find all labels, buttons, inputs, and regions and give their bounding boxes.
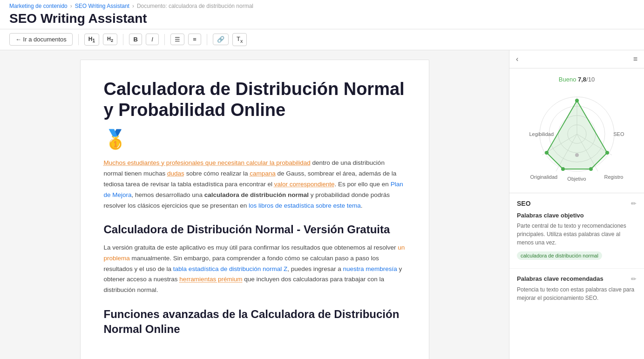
breadcrumb-item-1[interactable]: Marketing de contenido xyxy=(9,3,68,9)
panel-collapse-button[interactable]: ‹ xyxy=(516,55,518,63)
panel-header: ‹ ≡ xyxy=(509,50,644,68)
intro-paragraph: Muchos estudiantes y profesionales que n… xyxy=(104,158,406,211)
toolbar-divider xyxy=(78,34,79,45)
score-section: Bueno 7,8/10 xyxy=(509,68,644,193)
svg-point-10 xyxy=(575,99,579,102)
svg-point-14 xyxy=(545,151,549,155)
score-label: Bueno 7,8/10 xyxy=(517,76,637,83)
clear-format-button[interactable]: Tx xyxy=(232,33,247,46)
recommended-section-header: Palabras clave recomendadas ✏ xyxy=(517,275,637,283)
link-button[interactable]: 🔗 xyxy=(213,34,229,45)
toolbar-divider-4 xyxy=(207,34,207,45)
seo-section: SEO ✏ Palabras clave objetivo Parte cent… xyxy=(509,193,644,269)
breadcrumb-item-3: Documento: calculadora de distribución n… xyxy=(137,3,253,9)
right-panel: ‹ ≡ Bueno 7,8/10 xyxy=(509,50,644,359)
breadcrumb-item-2[interactable]: SEO Writing Assistant xyxy=(75,3,129,9)
medal-icon: 🥇 xyxy=(104,129,406,150)
radar-label-originalidad: Originalidad xyxy=(530,174,558,180)
seo-section-header: SEO ✏ xyxy=(517,200,637,207)
panel-menu-button[interactable]: ≡ xyxy=(633,55,637,63)
section2-heading: Funciones avanzadas de la Calculadora de… xyxy=(104,307,406,336)
svg-marker-9 xyxy=(547,101,607,169)
svg-point-15 xyxy=(575,153,579,157)
radar-label-registro: Registro xyxy=(604,174,624,180)
radar-label-seo: SEO xyxy=(613,131,624,137)
toolbar-divider-3 xyxy=(164,34,165,45)
back-button[interactable]: ← Ir a documentos xyxy=(9,33,73,46)
breadcrumb: Marketing de contenido › SEO Writing Ass… xyxy=(9,3,635,9)
keyword-badge: calculadora de distribución normal xyxy=(517,251,602,260)
page-title: SEO Writing Assistant xyxy=(9,11,635,26)
section1-heading: Calculadora de Distribución Normal - Ver… xyxy=(104,222,406,237)
document-title: Calculadora de Distribución Normal y Pro… xyxy=(104,79,406,121)
unordered-list-button[interactable]: ☰ xyxy=(170,34,184,45)
editor-content[interactable]: Calculadora de Distribución Normal y Pro… xyxy=(80,60,429,359)
recommended-desc: Potencia tu texto con estas palabras cla… xyxy=(517,285,637,302)
recommended-section: Palabras clave recomendadas ✏ Potencia t… xyxy=(509,269,644,309)
recommended-edit-button[interactable]: ✏ xyxy=(631,275,637,283)
keywords-title: Palabras clave objetivo xyxy=(517,212,637,219)
svg-point-11 xyxy=(605,151,609,155)
ordered-list-button[interactable]: ≡ xyxy=(188,34,201,45)
keywords-desc: Parte central de tu texto y recomendacio… xyxy=(517,222,637,247)
seo-title: SEO xyxy=(517,200,531,207)
recommended-title-text: Palabras clave recomendadas xyxy=(517,275,603,282)
radar-label-objetivo: Objetivo xyxy=(567,176,586,182)
italic-button[interactable]: I xyxy=(146,34,159,45)
section1-text: La versión gratuita de este aplicativo e… xyxy=(104,243,406,296)
bold-button[interactable]: B xyxy=(129,34,142,45)
svg-point-12 xyxy=(589,167,593,171)
radar-label-legibilidad: Legibilidad xyxy=(529,131,554,137)
h1-button[interactable]: H1 xyxy=(84,34,99,46)
svg-point-13 xyxy=(561,167,565,171)
editor-toolbar: ← Ir a documentos H1 H2 B I ☰ ≡ 🔗 Tx xyxy=(0,29,644,50)
seo-edit-button[interactable]: ✏ xyxy=(631,200,637,207)
h2-button[interactable]: H2 xyxy=(103,34,117,45)
editor-area: Calculadora de Distribución Normal y Pro… xyxy=(0,50,509,359)
radar-chart: Legibilidad SEO Originalidad Registro Ob… xyxy=(530,88,624,181)
toolbar-divider-2 xyxy=(123,34,123,45)
